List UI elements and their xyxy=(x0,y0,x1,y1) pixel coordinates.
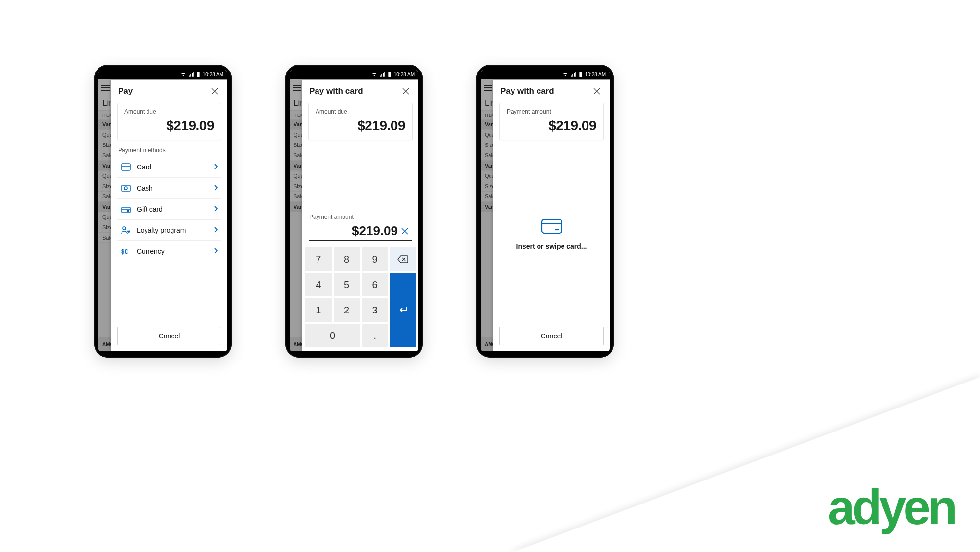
phone-insert-card: 10:28 AM Lin ITEM VanA Quan Size: Sales … xyxy=(476,65,614,358)
payment-method-cash[interactable]: Cash xyxy=(117,178,221,199)
payment-methods-label: Payment methods xyxy=(111,147,227,157)
numkey-3[interactable]: 3 xyxy=(362,298,388,322)
screen: 10:28 AM Lin ITEM VanA Quan Size: Sales … xyxy=(98,70,227,351)
signal-icon xyxy=(379,72,385,77)
pay-card-modal: Pay with card Amount due $219.09 Payment… xyxy=(302,80,418,351)
payment-amount-row: $219.09 xyxy=(309,223,412,241)
svg-rect-8 xyxy=(127,210,129,212)
cancel-button[interactable]: Cancel xyxy=(499,327,604,345)
svg-rect-1 xyxy=(197,72,199,72)
amount-value: $219.09 xyxy=(124,118,214,134)
amount-value: $219.09 xyxy=(507,118,596,134)
payment-method-gift[interactable]: Gift card xyxy=(117,199,221,220)
svg-rect-12 xyxy=(389,72,390,72)
amount-card: Amount due $219.09 xyxy=(117,103,221,140)
signal-icon xyxy=(570,72,576,77)
svg-rect-11 xyxy=(388,72,391,77)
card-icon xyxy=(541,219,562,236)
close-icon[interactable] xyxy=(400,85,412,97)
status-bar: 10:28 AM xyxy=(98,70,227,79)
amount-label: Amount due xyxy=(316,108,405,115)
chevron-right-icon xyxy=(214,205,218,214)
numkey-dot[interactable]: . xyxy=(362,324,388,347)
insert-card-text: Insert or swipe card... xyxy=(516,242,587,250)
payment-method-label: Loyalty program xyxy=(137,226,208,234)
payment-method-loyalty[interactable]: Loyalty program xyxy=(117,220,221,241)
insert-card-prompt: Insert or swipe card... xyxy=(493,147,610,322)
currency-icon: $€ xyxy=(121,247,131,255)
modal-title: Pay with card xyxy=(309,86,363,96)
payment-method-label: Cash xyxy=(137,184,208,192)
chevron-right-icon xyxy=(214,184,218,192)
svg-rect-15 xyxy=(542,219,562,233)
status-time: 10:28 AM xyxy=(394,72,415,77)
card-icon xyxy=(121,163,131,171)
payment-method-currency[interactable]: $€Currency xyxy=(117,241,221,262)
status-bar: 10:28 AM xyxy=(481,70,610,79)
enter-key[interactable] xyxy=(390,273,416,347)
brand-corner: adyen xyxy=(500,366,980,552)
status-bar: 10:28 AM xyxy=(290,70,418,79)
screen: 10:28 AM Lin ITEM VanA Quan Size: Sales … xyxy=(481,70,610,351)
modal-title: Pay xyxy=(118,86,133,96)
amount-label: Payment amount xyxy=(507,108,596,115)
insert-card-modal: Pay with card Payment amount $219.09 Ins… xyxy=(493,80,610,351)
numeric-keypad: 7894561230. xyxy=(302,245,418,351)
numkey-8[interactable]: 8 xyxy=(334,247,360,271)
battery-icon xyxy=(578,72,583,77)
payment-method-card[interactable]: Card xyxy=(117,157,221,178)
amount-card: Amount due $219.09 xyxy=(308,103,413,140)
amount-value: $219.09 xyxy=(316,118,405,134)
amount-label: Amount due xyxy=(124,108,214,115)
numkey-5[interactable]: 5 xyxy=(334,273,360,296)
payment-method-label: Gift card xyxy=(137,205,208,213)
screen: 10:28 AM Lin ITEM VanA Quan Size: Sales … xyxy=(290,70,418,351)
numkey-0[interactable]: 0 xyxy=(305,324,360,347)
chevron-right-icon xyxy=(214,247,218,256)
payment-method-label: Currency xyxy=(137,247,208,255)
svg-rect-2 xyxy=(122,164,130,170)
svg-rect-0 xyxy=(197,72,199,77)
status-time: 10:28 AM xyxy=(203,72,223,77)
wifi-icon xyxy=(371,72,377,77)
close-icon[interactable] xyxy=(591,85,603,97)
payment-methods-list: CardCashGift cardLoyalty program$€Curren… xyxy=(117,157,221,262)
numkey-6[interactable]: 6 xyxy=(362,273,388,296)
numkey-1[interactable]: 1 xyxy=(305,298,332,322)
chevron-right-icon xyxy=(214,163,218,171)
payment-amount-label: Payment amount xyxy=(302,214,418,223)
svg-rect-6 xyxy=(122,207,130,213)
battery-icon xyxy=(387,72,392,77)
wifi-icon xyxy=(563,72,568,77)
cash-icon xyxy=(121,185,131,192)
numkey-2[interactable]: 2 xyxy=(334,298,360,322)
gift-icon xyxy=(121,205,131,213)
numkey-4[interactable]: 4 xyxy=(305,273,332,296)
pay-modal: Pay Amount due $219.09 Payment methods C… xyxy=(111,80,227,351)
cancel-button[interactable]: Cancel xyxy=(117,327,221,345)
phone-keypad: 10:28 AM Lin ITEM VanA Quan Size: Sales … xyxy=(285,65,423,358)
svg-rect-14 xyxy=(580,72,581,72)
phone-pay: 10:28 AM Lin ITEM VanA Quan Size: Sales … xyxy=(94,65,232,358)
svg-point-9 xyxy=(123,227,126,230)
chevron-right-icon xyxy=(214,226,218,235)
backspace-key[interactable] xyxy=(390,247,416,271)
amount-card: Payment amount $219.09 xyxy=(499,103,604,140)
svg-point-5 xyxy=(124,187,127,190)
numkey-9[interactable]: 9 xyxy=(362,247,388,271)
loyalty-icon xyxy=(121,226,131,235)
adyen-logo: adyen xyxy=(828,479,955,535)
numkey-7[interactable]: 7 xyxy=(305,247,332,271)
status-time: 10:28 AM xyxy=(585,72,606,77)
payment-method-label: Card xyxy=(137,163,208,171)
wifi-icon xyxy=(180,72,186,77)
svg-text:$€: $€ xyxy=(121,248,128,255)
modal-title: Pay with card xyxy=(500,86,554,96)
battery-icon xyxy=(196,72,201,77)
svg-rect-4 xyxy=(122,185,130,191)
close-icon[interactable] xyxy=(209,85,220,97)
signal-icon xyxy=(188,72,194,77)
payment-amount-input[interactable]: $219.09 xyxy=(309,223,398,239)
stage: 10:28 AM Lin ITEM VanA Quan Size: Sales … xyxy=(0,0,980,552)
clear-icon[interactable] xyxy=(398,228,412,239)
